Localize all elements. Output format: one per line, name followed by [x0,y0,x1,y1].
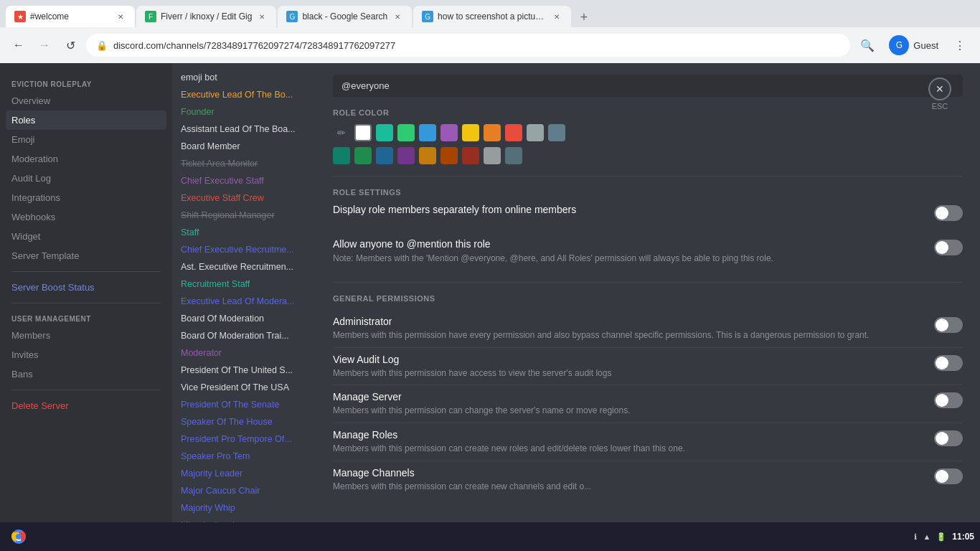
tab-title: how to screenshot a picture on... [438,11,547,22]
taskbar-info-icon: ℹ [914,532,917,542]
sidebar-item-overview[interactable]: Overview [6,91,166,110]
role-list-item-chief-executive-staff[interactable]: Chief Executive Staff [172,172,316,189]
color-swatch-dark-steel[interactable] [505,147,522,164]
sidebar-item-emoji[interactable]: Emoji [6,130,166,149]
color-swatch-white[interactable] [354,124,372,141]
tab-close-button[interactable]: ✕ [392,11,403,22]
color-swatch-dark-blue[interactable] [376,147,393,164]
permission-toggle-administrator[interactable] [934,317,963,333]
role-list-item-ast-executive-recruit[interactable]: Ast. Executive Recruitmen... [172,258,316,276]
role-list-item-founder[interactable]: Founder [172,103,316,121]
color-swatch-steel[interactable] [548,124,565,141]
tab-close-button[interactable]: ✕ [256,11,268,22]
color-swatch-dark-orange[interactable] [440,147,458,164]
color-swatch-yellow[interactable] [462,124,479,141]
color-swatch-orange[interactable] [484,124,501,141]
permission-toggle-manage-roles[interactable] [934,430,963,446]
color-swatch-dark-red[interactable] [462,147,479,164]
permission-toggle-manage-channels[interactable] [934,468,963,484]
permission-toggle-view-audit-log[interactable] [934,355,963,371]
role-list-item-chief-executive-recruit[interactable]: Chief Executive Recruitme... [172,241,316,258]
color-picker-row2 [333,147,963,164]
permission-toggle-manage-server[interactable] [934,392,963,408]
permission-name-manage-server: Manage Server [333,391,923,402]
sidebar-item-bans[interactable]: Bans [6,364,166,384]
role-list-item-shift-regional-manager[interactable]: Shift Regional Manager [172,207,316,224]
sidebar-item-delete-server[interactable]: Delete Server [6,396,166,415]
role-list-item-board-of-moderation-trai[interactable]: Board Of Moderation Trai... [172,327,316,344]
esc-label: ESC [928,102,951,110]
forward-button[interactable]: → [34,35,55,55]
back-button[interactable]: ← [9,35,29,55]
color-swatch-green[interactable] [397,124,415,141]
sidebar-item-roles[interactable]: Roles [6,110,166,130]
role-list-item-major-caucus-chair[interactable]: Major Caucus Chair [172,482,316,499]
browser-tab-tab1[interactable]: ★ #welcome ✕ [6,6,135,27]
new-tab-button[interactable]: + [574,7,594,27]
role-list-item-majority-whip[interactable]: Majority Whip [172,499,316,517]
color-swatch-dark-yellow[interactable] [419,147,436,164]
color-swatch-dark-purple[interactable] [397,147,415,164]
color-swatch-dark-silver[interactable] [484,147,501,164]
color-swatch-dark-green[interactable] [354,147,372,164]
browser-tab-tab3[interactable]: G black - Google Search ✕ [278,6,412,27]
close-button[interactable]: ✕ [928,77,951,100]
color-swatch-silver[interactable] [527,124,544,141]
address-bar[interactable]: 🔒 discord.com/channels/72834891776209727… [86,34,850,57]
role-list-item-speaker-house[interactable]: Speaker Of The House [172,413,316,430]
role-list-item-recruitment-staff[interactable]: Recruitment Staff [172,276,316,293]
sidebar-item-server-template[interactable]: Server Template [6,246,166,265]
sidebar-item-widget[interactable]: Widget [6,227,166,246]
color-swatch-blue[interactable] [419,124,436,141]
sidebar-item-webhooks[interactable]: Webhooks [6,207,166,227]
refresh-button[interactable]: ↺ [60,35,80,55]
taskbar-wifi-icon: ▲ [923,532,930,541]
tab-close-button[interactable]: ✕ [551,11,562,22]
role-list-item-executive-lead-bo[interactable]: Executive Lead Of The Bo... [172,86,316,103]
permission-name-manage-roles: Manage Roles [333,429,923,441]
section-role-color: ROLE COLOR [333,108,963,117]
toggle-display-switch[interactable] [934,205,963,221]
role-list-item-emoji-bot[interactable]: emoji bot [172,69,316,86]
role-list-item-president-us[interactable]: President Of The United S... [172,362,316,379]
color-swatch-dark-teal[interactable] [333,147,350,164]
browser-tab-tab4[interactable]: G how to screenshot a picture on... ✕ [413,6,571,27]
role-list-item-executive-lead-modera[interactable]: Executive Lead Of Modera... [172,293,316,310]
tab-close-button[interactable]: ✕ [115,11,126,22]
user-account-button[interactable]: G Guest [885,34,943,57]
role-list-item-board-of-moderation[interactable]: Board Of Moderation [172,310,316,327]
sidebar-boost-status[interactable]: Server Boost Status [6,278,166,297]
role-list-item-staff[interactable]: Staff [172,224,316,241]
role-list-item-majority-leader[interactable]: Majority Leader [172,465,316,482]
role-list-item-speaker-pro-tem[interactable]: Speaker Pro Tem [172,448,316,465]
toggle-mention-switch[interactable] [934,240,963,255]
browser-tab-tab2[interactable]: F Fiverr / iknoxy / Edit Gig ✕ [136,6,276,27]
browser-tabs: ★ #welcome ✕ F Fiverr / iknoxy / Edit Gi… [0,0,980,27]
role-list-item-ticket-area-monitor[interactable]: Ticket Area Monitor [172,155,316,172]
sidebar-divider-3 [11,390,161,390]
role-list-item-executive-staff-crew[interactable]: Executive Staff Crew [172,189,316,207]
role-list-item-assistant-lead[interactable]: Assistant Lead Of The Boa... [172,121,316,138]
role-list-item-board-member[interactable]: Board Member [172,138,316,155]
color-swatch-red[interactable] [505,124,522,141]
sidebar-item-moderation[interactable]: Moderation [6,149,166,169]
permission-row-administrator: Administrator Members with this permissi… [333,310,963,348]
sidebar-item-invites[interactable]: Invites [6,345,166,364]
taskbar-battery-icon: 🔋 [936,532,946,542]
sidebar-item-members[interactable]: Members [6,326,166,345]
color-swatch-purple[interactable] [440,124,458,141]
role-list-item-vice-president[interactable]: Vice President Of The USA [172,379,316,396]
color-swatch-teal[interactable] [376,124,393,141]
role-list-item-moderator[interactable]: Moderator [172,344,316,362]
menu-button[interactable]: ⋮ [948,34,971,57]
discord-app: EVICTION ROLEPLAY OverviewRolesEmojiMode… [0,63,980,551]
role-list-item-president-pro-tempore[interactable]: President Pro Tempore Of... [172,430,316,448]
pencil-button[interactable]: ✏ [333,124,350,141]
sidebar-item-integrations[interactable]: Integrations [6,188,166,207]
search-toolbar-button[interactable]: 🔍 [856,34,879,57]
permission-name-view-audit-log: View Audit Log [333,354,923,365]
role-list-item-president-senate[interactable]: President Of The Senate [172,396,316,413]
sidebar-item-audit-log[interactable]: Audit Log [6,169,166,188]
permission-desc-view-audit-log: Members with this permission have access… [333,367,923,380]
taskbar-chrome-icon[interactable] [6,524,32,550]
